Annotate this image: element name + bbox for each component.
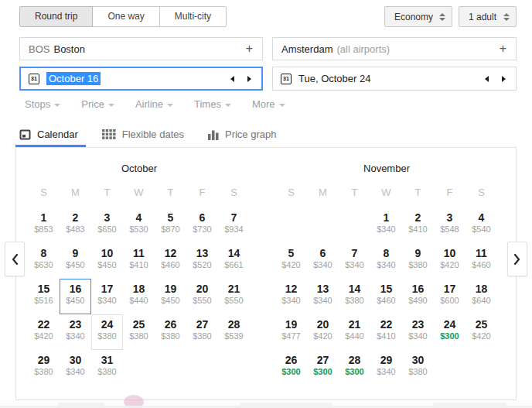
- add-origin-icon[interactable]: +: [246, 43, 262, 55]
- calendar-day[interactable]: 29$340: [370, 350, 402, 386]
- return-date-input[interactable]: 31 Tue, October 24: [272, 67, 517, 91]
- calendar-day[interactable]: 23$340: [60, 314, 91, 350]
- calendar-day[interactable]: 2$483: [60, 207, 91, 243]
- calendar-day[interactable]: 10$420: [434, 243, 466, 279]
- calendar-day[interactable]: 3$548: [434, 207, 466, 243]
- calendar-day[interactable]: 17$340: [91, 279, 123, 314]
- next-day-icon[interactable]: [502, 76, 506, 82]
- calendar-day[interactable]: 14$380: [339, 279, 370, 314]
- spinner-icon[interactable]: [503, 13, 510, 21]
- calendar-day[interactable]: 2$410: [402, 207, 434, 243]
- spinner-icon[interactable]: [439, 13, 445, 21]
- departure-date-input[interactable]: 31 October 16: [19, 67, 263, 91]
- calendar-day[interactable]: 12$460: [155, 243, 186, 279]
- calendar-day[interactable]: 23$340: [402, 314, 434, 350]
- tab-price-graph[interactable]: Price graph: [208, 122, 279, 147]
- destination-input[interactable]: Amsterdam (all airports) +: [272, 37, 517, 60]
- day-number: 20: [308, 318, 338, 331]
- calendar-31-icon: 31: [281, 74, 292, 84]
- previous-day-icon[interactable]: [230, 76, 234, 82]
- calendar-day[interactable]: 9$450: [60, 243, 91, 279]
- day-price: $380: [339, 296, 370, 306]
- filter-times[interactable]: Times: [194, 98, 231, 110]
- calendar-day[interactable]: 11$410: [123, 243, 155, 279]
- calendar-day[interactable]: 6$730: [186, 207, 218, 243]
- calendar-day[interactable]: 3$650: [91, 207, 123, 243]
- day-price: $934: [219, 225, 249, 235]
- calendar-day[interactable]: 26$380: [155, 314, 186, 350]
- cabin-class-select[interactable]: Economy: [384, 6, 452, 27]
- calendar-day[interactable]: 30$380: [402, 350, 434, 386]
- grid-icon: [102, 129, 116, 139]
- calendar-day[interactable]: 27$300: [307, 350, 339, 386]
- calendar-day[interactable]: 7$340: [339, 243, 370, 279]
- calendar-day[interactable]: 1$340: [370, 207, 402, 243]
- trip-tab-multi-city[interactable]: Multi-city: [159, 6, 227, 27]
- calendar-day[interactable]: 1$853: [28, 207, 60, 243]
- calendar-day[interactable]: 4$530: [123, 207, 155, 243]
- calendar-day[interactable]: 27$380: [186, 314, 218, 350]
- calendar-day[interactable]: 19$450: [155, 279, 186, 314]
- origin-input[interactable]: BOS Boston +: [19, 37, 263, 60]
- calendar-day[interactable]: 18$440: [123, 279, 155, 314]
- calendar-day[interactable]: 30$340: [60, 350, 91, 386]
- day-price: $340: [371, 260, 401, 270]
- calendar-day[interactable]: 28$300: [339, 350, 370, 386]
- chevron-left-icon: [11, 253, 19, 266]
- day-number: 13: [187, 247, 217, 260]
- calendar-day[interactable]: 8$340: [370, 243, 402, 279]
- calendar-day[interactable]: 25$420: [466, 314, 497, 350]
- day-number: 17: [92, 283, 122, 296]
- calendar-day[interactable]: 16$490: [402, 279, 434, 314]
- calendar-day[interactable]: 15$460: [370, 279, 402, 314]
- calendar-day[interactable]: 20$550: [186, 279, 218, 314]
- add-destination-icon[interactable]: +: [500, 43, 516, 55]
- calendar-day[interactable]: 12$340: [275, 279, 307, 314]
- filter-airline[interactable]: Airline: [135, 98, 173, 110]
- calendar-day[interactable]: 26$300: [275, 350, 307, 386]
- calendar-day[interactable]: 17$600: [434, 279, 466, 314]
- calendar-day[interactable]: 9$380: [402, 243, 434, 279]
- calendar-day[interactable]: 21$550: [218, 279, 250, 314]
- calendar-day[interactable]: 28$539: [218, 314, 250, 350]
- calendar-day[interactable]: 22$410: [370, 314, 402, 350]
- calendar-day[interactable]: 22$420: [28, 314, 60, 350]
- filter-stops[interactable]: Stops: [25, 98, 60, 110]
- calendar-day[interactable]: 10$450: [91, 243, 123, 279]
- calendar-day[interactable]: 24$380: [91, 314, 123, 350]
- calendar-day[interactable]: 6$340: [307, 243, 339, 279]
- previous-month-button[interactable]: [5, 242, 25, 276]
- trip-tab-one-way[interactable]: One way: [92, 6, 159, 27]
- calendar-day[interactable]: 16$450: [60, 279, 91, 314]
- calendar-day[interactable]: 4$540: [466, 207, 497, 243]
- calendar-day[interactable]: 24$300: [434, 314, 466, 350]
- calendar-day[interactable]: 15$516: [28, 279, 60, 314]
- calendar-day[interactable]: 29$380: [28, 350, 60, 386]
- passenger-count-select[interactable]: 1 adult: [459, 6, 517, 27]
- previous-day-icon[interactable]: [485, 76, 489, 82]
- next-day-icon[interactable]: [247, 76, 251, 82]
- day-number: 25: [124, 318, 154, 331]
- calendar-day[interactable]: 8$630: [28, 243, 60, 279]
- filter-price[interactable]: Price: [81, 98, 114, 110]
- calendar-day[interactable]: 31$380: [91, 350, 123, 386]
- tab-calendar[interactable]: Calendar: [19, 122, 81, 147]
- calendar-day[interactable]: 18$640: [466, 279, 497, 314]
- calendar-day[interactable]: 7$934: [218, 207, 250, 243]
- calendar-day[interactable]: 14$661: [218, 243, 250, 279]
- calendar-day[interactable]: 21$440: [339, 314, 370, 350]
- day-number: 12: [276, 283, 306, 296]
- calendar-day[interactable]: 5$870: [155, 207, 186, 243]
- tab-flexible-dates[interactable]: Flexible dates: [102, 122, 187, 147]
- calendar-day[interactable]: 19$477: [275, 314, 307, 350]
- calendar-day[interactable]: 13$340: [307, 279, 339, 314]
- calendar-day[interactable]: 20$420: [307, 314, 339, 350]
- calendar-day[interactable]: 11$460: [466, 243, 497, 279]
- day-header: F: [434, 181, 466, 207]
- calendar-day[interactable]: 5$420: [275, 243, 307, 279]
- calendar-day[interactable]: 25$380: [123, 314, 155, 350]
- trip-tab-round-trip[interactable]: Round trip: [19, 6, 93, 27]
- calendar-day[interactable]: 13$520: [186, 243, 218, 279]
- filter-more[interactable]: More: [252, 98, 285, 110]
- next-month-button[interactable]: [507, 242, 527, 276]
